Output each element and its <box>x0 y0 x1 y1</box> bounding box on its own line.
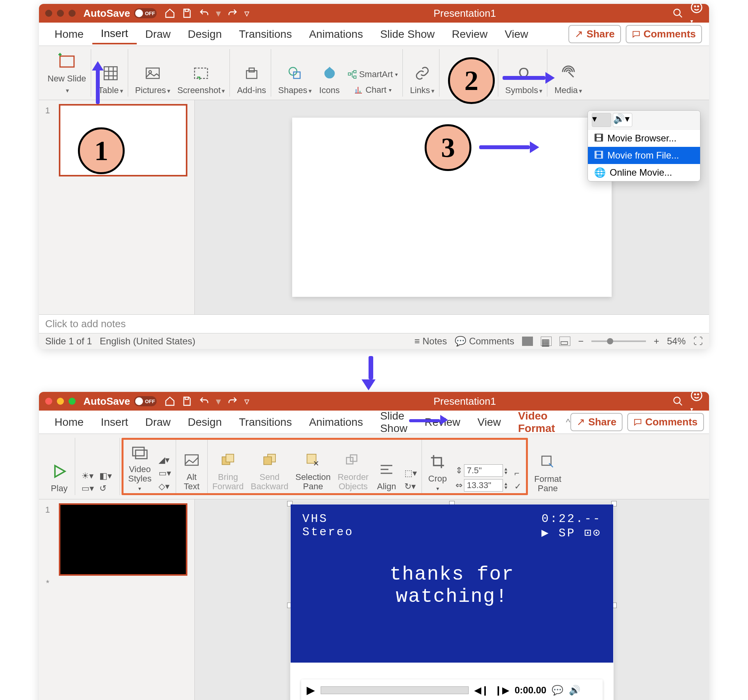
height-input[interactable]: 7.5" <box>464 464 503 477</box>
slide-thumbnail-1[interactable] <box>59 104 187 176</box>
volume-icon[interactable]: 🔊 <box>569 685 580 696</box>
comments-button[interactable]: Comments <box>627 413 704 431</box>
thumbnail-panel: 1 <box>39 100 195 314</box>
color-icon[interactable]: ◧▾ <box>99 471 115 481</box>
slide-canvas[interactable]: VHS Stereo 0:22.-- ▶ SP ⊡⊙ thanks for wa… <box>290 504 614 700</box>
zoom-slider[interactable] <box>591 340 646 342</box>
links-button[interactable]: Links <box>410 62 434 95</box>
autosave-toggle[interactable]: OFF <box>134 396 157 406</box>
tab-transitions[interactable]: Transitions <box>230 413 300 432</box>
tab-view[interactable]: View <box>496 25 537 44</box>
normal-view-icon[interactable] <box>522 337 533 346</box>
reading-view-icon[interactable]: ▭ <box>559 337 570 346</box>
share-button[interactable]: ↗Share <box>570 413 623 431</box>
height-stepper[interactable]: ▴▾ <box>505 467 507 474</box>
language-status[interactable]: English (United States) <box>100 336 195 347</box>
video-effects-icon[interactable]: ◇▾ <box>159 481 171 492</box>
width-stepper[interactable]: ▴▾ <box>505 481 507 489</box>
sorter-view-icon[interactable]: ▦ <box>541 337 552 346</box>
tab-home[interactable]: Home <box>46 413 92 432</box>
menu-online-movie[interactable]: 🌐Online Movie... <box>588 164 700 181</box>
share-button[interactable]: ↗Share <box>568 25 621 43</box>
chart-button[interactable]: Chart ▾ <box>354 85 392 95</box>
traffic-lights[interactable] <box>45 398 76 405</box>
home-icon[interactable] <box>164 8 175 19</box>
zoom-percent[interactable]: 54% <box>667 336 686 347</box>
traffic-lights[interactable] <box>45 10 76 17</box>
tab-video-format[interactable]: Video Format <box>510 407 564 438</box>
reorder-objects-button[interactable]: ReorderObjects <box>338 449 369 491</box>
movie-type-icon[interactable]: ▾ <box>592 113 611 127</box>
comments-button[interactable]: Comments <box>626 25 702 43</box>
tab-draw[interactable]: Draw <box>137 413 179 432</box>
search-icon[interactable] <box>672 396 683 407</box>
video-shape-icon[interactable]: ◢▾ <box>159 455 171 465</box>
tab-design[interactable]: Design <box>179 25 230 44</box>
menu-movie-from-file[interactable]: 🎞Movie from File... <box>588 147 700 164</box>
fit-to-window-icon[interactable]: ⛶ <box>693 336 703 347</box>
new-slide-button[interactable]: New Slide <box>48 51 86 95</box>
slide-thumbnail-1[interactable] <box>59 503 187 576</box>
media-button[interactable]: Media <box>554 62 582 95</box>
step-fwd-icon[interactable]: ❙▶ <box>494 685 509 696</box>
corrections-icon[interactable]: ☀▾ <box>81 471 97 481</box>
bring-forward-button[interactable]: BringForward <box>212 449 244 491</box>
selection-pane-button[interactable]: SelectionPane <box>295 449 331 491</box>
pictures-button[interactable]: Pictures <box>135 62 170 95</box>
autosave-toggle[interactable]: OFF <box>134 8 157 18</box>
group-icon[interactable]: ⬚▾ <box>404 468 417 478</box>
rotate-icon[interactable]: ↻▾ <box>404 481 417 492</box>
tab-insert[interactable]: Insert <box>92 413 137 432</box>
tab-insert[interactable]: Insert <box>92 24 137 44</box>
poster-frame-icon[interactable]: ▭▾ <box>81 483 97 494</box>
save-icon[interactable] <box>182 396 192 407</box>
step-back-icon[interactable]: ◀❙ <box>474 685 489 696</box>
home-icon[interactable] <box>164 396 175 407</box>
tab-review[interactable]: Review <box>443 25 496 44</box>
tab-design[interactable]: Design <box>179 413 230 432</box>
screenshot-button[interactable]: Screenshot <box>177 62 225 95</box>
undo-icon[interactable] <box>199 8 210 19</box>
undo-icon[interactable] <box>199 396 210 407</box>
icons-button[interactable]: Icons <box>319 62 340 95</box>
tab-animations[interactable]: Animations <box>300 25 372 44</box>
shapes-button[interactable]: Shapes <box>278 62 312 95</box>
tab-transitions[interactable]: Transitions <box>230 25 300 44</box>
reset-design-icon[interactable]: ↺ <box>99 483 115 494</box>
account-icon[interactable]: ▾ <box>690 4 703 26</box>
search-icon[interactable] <box>672 8 683 19</box>
format-pane-button[interactable]: FormatPane <box>534 451 561 493</box>
align-button[interactable]: Align <box>376 458 397 491</box>
reset-size-icon[interactable]: ✓ <box>514 481 521 492</box>
redo-icon[interactable] <box>227 396 238 407</box>
video-border-icon[interactable]: ▭▾ <box>159 468 171 478</box>
notes-toggle[interactable]: ≡ Notes <box>415 336 447 347</box>
lock-aspect-icon[interactable]: ⌐ <box>514 468 521 478</box>
tab-home[interactable]: Home <box>46 25 92 44</box>
collapse-ribbon-icon[interactable]: ^ <box>566 417 570 428</box>
play-icon[interactable]: ▶ <box>307 684 315 696</box>
zoom-out[interactable]: − <box>578 336 584 347</box>
crop-button[interactable]: Crop▾ <box>427 451 448 491</box>
zoom-in[interactable]: + <box>654 336 659 347</box>
send-backward-button[interactable]: SendBackward <box>251 449 289 491</box>
comments-toggle[interactable]: 💬 Comments <box>455 336 514 347</box>
notes-pane[interactable]: Click to add notes <box>39 314 709 333</box>
width-input[interactable]: 13.33" <box>464 479 503 492</box>
video-styles-button[interactable]: VideoStyles ▾ <box>128 441 152 491</box>
save-icon[interactable] <box>182 8 192 19</box>
audio-type-icon[interactable]: 🔊▾ <box>613 113 632 127</box>
tab-draw[interactable]: Draw <box>137 25 179 44</box>
tab-view[interactable]: View <box>469 413 510 432</box>
video-object[interactable]: VHS Stereo 0:22.-- ▶ SP ⊡⊙ thanks for wa… <box>291 504 613 663</box>
play-button[interactable]: Play <box>48 460 70 493</box>
addins-button[interactable]: Add-ins <box>237 62 266 95</box>
tab-animations[interactable]: Animations <box>300 413 372 432</box>
tab-slideshow[interactable]: Slide Show <box>372 25 443 44</box>
captions-icon[interactable]: 💬 <box>552 685 563 696</box>
redo-icon[interactable] <box>227 8 238 19</box>
video-progress-bar[interactable] <box>321 686 469 694</box>
menu-movie-browser[interactable]: 🎞Movie Browser... <box>588 130 700 147</box>
smartart-button[interactable]: SmartArt ▾ <box>348 69 398 79</box>
alt-text-button[interactable]: AltText <box>181 449 203 491</box>
